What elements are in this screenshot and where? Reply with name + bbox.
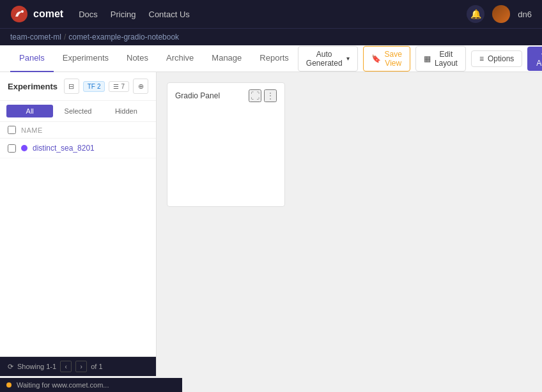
breadcrumb-separator: / — [64, 33, 66, 41]
tab-experiments[interactable]: Experiments — [54, 45, 118, 72]
filter-icon: ⊟ — [68, 82, 74, 91]
loading-icon: ⟳ — [8, 363, 13, 371]
list-count: 7 — [121, 83, 125, 90]
sidebar: Experiments ⊟ TF 2 ☰ 7 ⊕ All Sel — [0, 72, 157, 376]
sidebar-footer: ⟳ Showing 1-1 ‹ › of 1 — [0, 356, 156, 376]
navbar: comet Docs Pricing Contact Us 🔔 dn6 — [0, 0, 542, 28]
filter-tab-hidden[interactable]: Hidden — [103, 105, 150, 117]
exp-color-dot — [21, 145, 27, 151]
username: dn6 — [518, 10, 532, 19]
panel-card-header: Gradio Panel ⛶ ⋮ — [167, 83, 284, 109]
add-label: + Add — [536, 50, 542, 68]
filter-tab-all[interactable]: All — [6, 105, 53, 117]
exp-list-header: NAME — [0, 122, 156, 139]
svg-point-1 — [21, 10, 24, 13]
menu-icon: ⋮ — [266, 91, 275, 101]
main-content: Experiments ⊟ TF 2 ☰ 7 ⊕ All Sel — [0, 72, 542, 376]
select-all-checkbox[interactable] — [8, 126, 16, 134]
footer-showing: Showing 1-1 — [17, 363, 56, 370]
edit-layout-button[interactable]: ▦ Edit Layout — [415, 46, 466, 72]
notification-button[interactable]: 🔔 — [467, 5, 484, 23]
gradio-panel-card: Gradio Panel ⛶ ⋮ — [167, 82, 285, 207]
brand-logo-area[interactable]: comet — [10, 5, 63, 23]
more-icon: ⊕ — [138, 82, 144, 91]
panel-area: Gradio Panel ⛶ ⋮ — [157, 72, 542, 376]
footer-nav: ⟳ Showing 1-1 ‹ › of 1 — [8, 361, 103, 372]
panel-menu-button[interactable]: ⋮ — [264, 89, 277, 102]
options-label: Options — [488, 54, 514, 63]
filter-button[interactable]: ⊟ — [64, 79, 79, 94]
tf-label: TF — [88, 83, 95, 90]
exp-name-link[interactable]: distinct_sea_8201 — [33, 144, 95, 153]
more-button[interactable]: ⊕ — [133, 79, 148, 94]
panel-card-body — [167, 109, 284, 206]
tab-bar: Panels Experiments Notes Archive Manage … — [0, 45, 542, 72]
nav-link-pricing[interactable]: Pricing — [111, 10, 136, 19]
tf-badge-button[interactable]: TF 2 — [83, 81, 105, 92]
next-button[interactable]: › — [75, 361, 87, 372]
footer-of: of 1 — [91, 363, 102, 370]
exp-checkbox[interactable] — [8, 144, 16, 153]
sidebar-title: Experiments — [8, 82, 58, 91]
filter-tabs: All Selected Hidden — [0, 101, 156, 122]
tab-actions: Auto Generated ▾ 🔖 Save View ▦ Edit Layo… — [298, 46, 542, 72]
avatar-image — [492, 5, 510, 23]
tab-reports[interactable]: Reports — [251, 45, 298, 72]
tf-count: 2 — [97, 83, 101, 90]
nav-link-docs[interactable]: Docs — [79, 10, 98, 19]
options-button[interactable]: ≡ Options — [471, 50, 522, 67]
list-icon: ☰ — [113, 83, 119, 90]
sidebar-controls: ⊟ TF 2 ☰ 7 ⊕ — [64, 79, 148, 94]
filter-tab-selected[interactable]: Selected — [54, 105, 101, 117]
panel-card-controls: ⛶ ⋮ — [249, 89, 277, 102]
bookmark-icon: 🔖 — [371, 54, 381, 63]
expand-button[interactable]: ⛶ — [249, 89, 261, 102]
save-view-label: Save View — [385, 50, 402, 68]
auto-generated-dropdown[interactable]: Auto Generated ▾ — [298, 46, 358, 72]
add-button[interactable]: + Add — [527, 47, 542, 71]
tab-manage[interactable]: Manage — [203, 45, 251, 72]
auto-generated-label: Auto Generated — [306, 50, 343, 68]
navbar-right: 🔔 dn6 — [467, 5, 532, 23]
tab-notes[interactable]: Notes — [118, 45, 157, 72]
exp-list: distinct_sea_8201 — [0, 139, 156, 356]
lines-icon: ≡ — [479, 54, 484, 63]
tab-archive[interactable]: Archive — [157, 45, 203, 72]
list-badge-button[interactable]: ☰ 7 — [109, 81, 129, 92]
save-view-button[interactable]: 🔖 Save View — [363, 46, 410, 72]
tab-panels[interactable]: Panels — [10, 45, 54, 72]
breadcrumb-parent[interactable]: team-comet-ml — [10, 33, 61, 41]
name-column-header: NAME — [21, 126, 43, 134]
brand-name: comet — [33, 8, 63, 20]
notification-icon: 🔔 — [470, 9, 481, 19]
breadcrumb: team-comet-ml / comet-example-gradio-not… — [0, 28, 542, 45]
comet-logo — [10, 5, 28, 23]
table-row: distinct_sea_8201 — [0, 139, 156, 158]
avatar[interactable] — [492, 5, 510, 23]
chevron-down-icon: ▾ — [346, 55, 350, 62]
grid-icon: ▦ — [424, 54, 431, 63]
sidebar-header: Experiments ⊟ TF 2 ☰ 7 ⊕ — [0, 72, 156, 101]
edit-layout-label: Edit Layout — [435, 50, 458, 68]
breadcrumb-child[interactable]: comet-example-gradio-notebook — [68, 33, 179, 41]
expand-icon: ⛶ — [251, 91, 259, 101]
prev-button[interactable]: ‹ — [60, 361, 72, 372]
nav-link-contact[interactable]: Contact Us — [149, 10, 190, 19]
nav-links: Docs Pricing Contact Us — [79, 10, 451, 19]
panel-title: Gradio Panel — [175, 91, 220, 100]
